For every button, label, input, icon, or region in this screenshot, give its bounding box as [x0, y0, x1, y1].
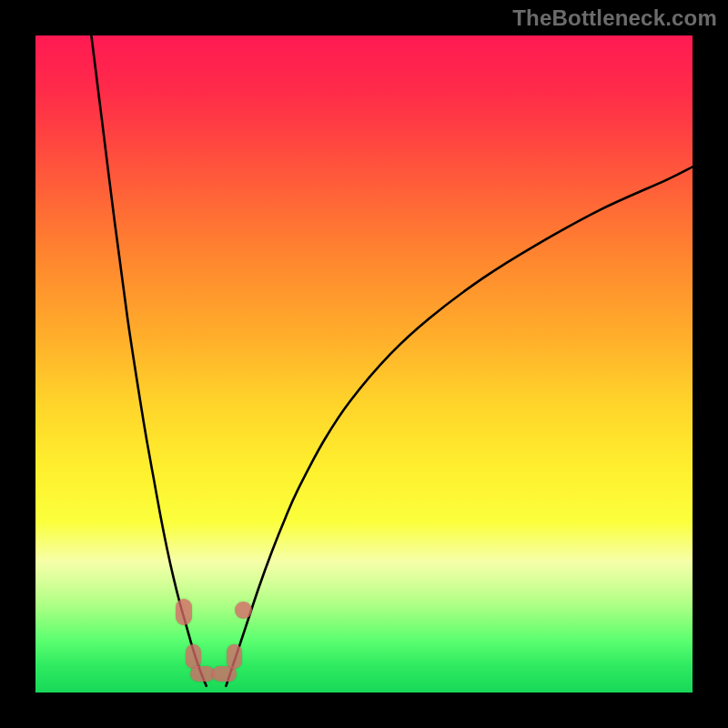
- plot-area: [35, 35, 693, 693]
- bottleneck-marker: [227, 644, 242, 669]
- bottleneck-marker: [176, 599, 192, 625]
- bottleneck-marker: [235, 602, 252, 619]
- curve-layer: [35, 35, 693, 693]
- curve-right-branch: [226, 167, 693, 685]
- chart-frame: TheBottleneck.com: [0, 0, 728, 728]
- bottleneck-marker: [186, 644, 201, 669]
- bottleneck-marker: [190, 666, 215, 682]
- curve-left-branch: [91, 35, 206, 686]
- bottleneck-marker: [212, 666, 237, 682]
- brand-watermark: TheBottleneck.com: [512, 5, 717, 31]
